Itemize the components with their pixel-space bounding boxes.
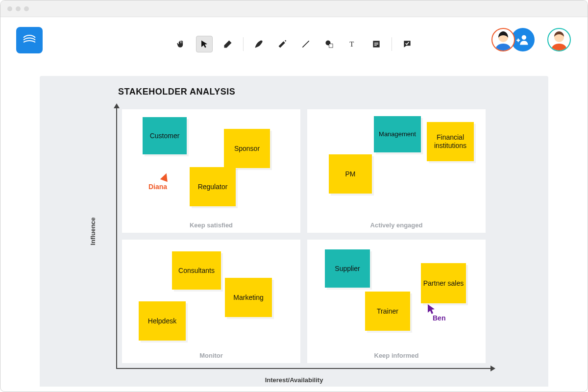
note-sponsor[interactable]: Sponsor bbox=[224, 129, 270, 168]
quadrant-label: Monitor bbox=[199, 352, 223, 359]
note-pm[interactable]: PM bbox=[329, 154, 372, 194]
quadrant-label: Keep satisfied bbox=[190, 221, 233, 229]
line-tool[interactable] bbox=[297, 36, 314, 52]
app-logo[interactable] bbox=[16, 27, 43, 53]
whiteboard-canvas[interactable]: STAKEHOLDER ANALYSIS Influence Interest/… bbox=[40, 76, 548, 387]
sticky-tool[interactable] bbox=[368, 36, 385, 52]
avatar-ben[interactable] bbox=[547, 28, 571, 51]
window-titlebar bbox=[0, 0, 588, 17]
marker-icon bbox=[277, 39, 287, 49]
cursor-arrow-icon bbox=[428, 304, 436, 314]
shape-tool[interactable] bbox=[321, 36, 338, 52]
window-control-zoom[interactable] bbox=[24, 6, 29, 11]
svg-line-1 bbox=[302, 41, 309, 47]
quadrant-keep-informed[interactable]: Supplier Partner sales Trainer Keep info… bbox=[307, 240, 486, 363]
toolbar-separator bbox=[392, 37, 392, 51]
eraser-icon bbox=[223, 39, 233, 49]
quadrant-grid: Customer Sponsor Regulator Keep satisfie… bbox=[122, 109, 486, 363]
text-icon: T bbox=[348, 39, 358, 49]
cursor-label: Diana bbox=[148, 183, 167, 191]
browser-window: T bbox=[0, 0, 588, 392]
collaborator-avatars bbox=[491, 28, 571, 51]
add-user-icon bbox=[516, 33, 530, 47]
x-axis-label: Interest/Availability bbox=[265, 376, 323, 384]
window-control-close[interactable] bbox=[7, 6, 12, 11]
note-customer[interactable]: Customer bbox=[143, 117, 187, 154]
marker-tool[interactable] bbox=[274, 36, 291, 52]
quadrant-monitor[interactable]: Consultants Marketing Helpdesk Monitor bbox=[122, 240, 300, 363]
quadrant-label: Actively engaged bbox=[370, 221, 423, 229]
comment-check-icon bbox=[402, 39, 412, 49]
quadrant-keep-satisfied[interactable]: Customer Sponsor Regulator Keep satisfie… bbox=[122, 109, 300, 233]
pen-tool[interactable] bbox=[250, 36, 267, 52]
note-financial-institutions[interactable]: Financial institutions bbox=[427, 122, 474, 161]
hand-icon bbox=[176, 39, 186, 49]
svg-text:T: T bbox=[349, 40, 354, 48]
toolbar-separator bbox=[243, 37, 244, 51]
app-frame: T bbox=[0, 17, 588, 392]
shape-icon bbox=[324, 39, 334, 49]
note-helpdesk[interactable]: Helpdesk bbox=[139, 301, 186, 341]
toolbar: T bbox=[15, 36, 573, 52]
note-partner-sales[interactable]: Partner sales bbox=[421, 263, 466, 303]
line-icon bbox=[301, 39, 311, 49]
cursor-label: Ben bbox=[433, 314, 445, 322]
svg-point-11 bbox=[522, 35, 526, 40]
speech-bubble-icon bbox=[20, 32, 39, 49]
y-axis bbox=[116, 104, 117, 369]
collaborator-cursor-ben: Ben bbox=[428, 304, 445, 322]
quadrant-actively-engaged[interactable]: Management Financial institutions PM Act… bbox=[307, 109, 486, 233]
note-marketing[interactable]: Marketing bbox=[225, 278, 272, 317]
cursor-arrow-icon bbox=[160, 172, 171, 182]
note-management[interactable]: Management bbox=[374, 116, 421, 152]
select-tool[interactable] bbox=[196, 36, 213, 52]
svg-rect-4 bbox=[329, 44, 333, 48]
person-icon bbox=[492, 29, 514, 50]
diagram-title: STAKEHOLDER ANALYSIS bbox=[118, 87, 235, 97]
text-tool[interactable]: T bbox=[344, 36, 361, 52]
x-axis bbox=[116, 368, 494, 369]
note-consultants[interactable]: Consultants bbox=[172, 251, 221, 290]
window-control-minimize[interactable] bbox=[16, 6, 21, 11]
quadrant-label: Keep informed bbox=[374, 352, 418, 359]
avatar-group bbox=[491, 28, 535, 51]
avatar-diana[interactable] bbox=[491, 28, 515, 51]
note-trainer[interactable]: Trainer bbox=[365, 292, 410, 331]
person-icon bbox=[548, 29, 570, 50]
note-regulator[interactable]: Regulator bbox=[190, 167, 236, 206]
sticky-note-icon bbox=[371, 39, 381, 49]
eraser-tool[interactable] bbox=[220, 36, 236, 52]
hand-tool[interactable] bbox=[172, 36, 189, 52]
stamp-tool[interactable] bbox=[399, 36, 416, 52]
collaborator-cursor-diana: Diana bbox=[161, 173, 169, 191]
pen-icon bbox=[254, 39, 264, 49]
cursor-icon bbox=[200, 40, 209, 49]
note-supplier[interactable]: Supplier bbox=[325, 249, 370, 288]
y-axis-label: Influence bbox=[89, 217, 97, 245]
svg-point-0 bbox=[261, 41, 262, 42]
